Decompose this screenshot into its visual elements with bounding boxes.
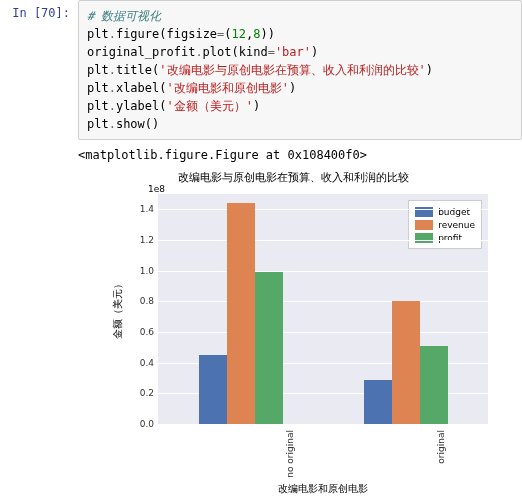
- legend-item-profit: profit: [415, 231, 475, 244]
- swatch-revenue: [415, 220, 433, 230]
- y-tick-label: 0.6: [140, 327, 154, 337]
- y-tick-label: 1.2: [140, 235, 154, 245]
- gridline: [158, 301, 488, 302]
- gridline: [158, 271, 488, 272]
- legend-label: budget: [438, 207, 470, 217]
- y-tick-label: 0.4: [140, 358, 154, 368]
- chart-title: 改编电影与原创电影在预算、收入和利润的比较: [78, 170, 508, 185]
- x-axis-label: 改编电影和原创电影: [158, 482, 488, 496]
- gridline: [158, 209, 488, 210]
- plot-area: budget revenue profit: [158, 194, 488, 424]
- legend-item-budget: budget: [415, 205, 475, 218]
- chart: 改编电影与原创电影在预算、收入和利润的比较 1e8 budget revenue…: [78, 170, 508, 500]
- gridline: [158, 240, 488, 241]
- y-exponent-label: 1e8: [148, 184, 165, 194]
- swatch-budget: [415, 207, 433, 217]
- legend-label: revenue: [438, 220, 475, 230]
- y-tick-label: 0.2: [140, 388, 154, 398]
- bar-revenue: [227, 203, 255, 424]
- code-input[interactable]: # 数据可视化 plt.figure(figsize=(12,8)) origi…: [78, 0, 522, 140]
- code-cell: In [70]: # 数据可视化 plt.figure(figsize=(12,…: [0, 0, 522, 140]
- output-repr: <matplotlib.figure.Figure at 0x108400f0>: [78, 140, 522, 166]
- bar-budget: [364, 380, 392, 424]
- gridline: [158, 424, 488, 425]
- gridline: [158, 332, 488, 333]
- bar-budget: [199, 355, 227, 424]
- y-axis-label: 金额（美元）: [111, 279, 125, 339]
- bar-profit: [255, 272, 283, 424]
- legend-item-revenue: revenue: [415, 218, 475, 231]
- x-tick-label: no original: [284, 430, 294, 478]
- bar-revenue: [392, 301, 420, 424]
- y-tick-label: 0.8: [140, 296, 154, 306]
- swatch-profit: [415, 233, 433, 243]
- y-tick-label: 1.4: [140, 204, 154, 214]
- y-tick-label: 0.0: [140, 419, 154, 429]
- input-prompt: In [70]:: [0, 0, 78, 140]
- y-tick-label: 1.0: [140, 266, 154, 276]
- legend: budget revenue profit: [408, 200, 482, 249]
- figure-output: 改编电影与原创电影在预算、收入和利润的比较 1e8 budget revenue…: [78, 166, 508, 500]
- x-tick-label: original: [435, 430, 445, 464]
- bar-profit: [420, 346, 448, 424]
- legend-label: profit: [438, 233, 462, 243]
